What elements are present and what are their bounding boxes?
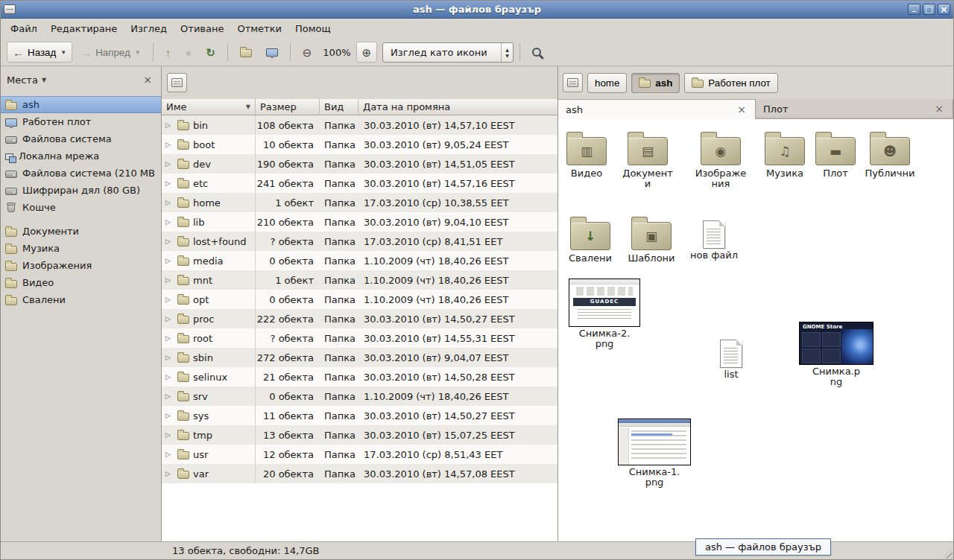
expander-icon[interactable] bbox=[165, 470, 174, 477]
places-dropdown-icon[interactable]: ▼ bbox=[42, 77, 46, 83]
sidebar-item[interactable]: Локална мрежа bbox=[1, 147, 161, 165]
file-row[interactable]: mnt 1 обект Папка 1.10.2009 (чт) 18,40,2… bbox=[162, 270, 557, 290]
expander-icon[interactable] bbox=[165, 179, 174, 187]
file-row[interactable]: sbin 272 обекта Папка 30.03.2010 (вт) 9,… bbox=[162, 348, 557, 367]
menu-item[interactable]: Отметки bbox=[230, 19, 288, 39]
expander-icon[interactable] bbox=[165, 373, 174, 381]
column-header-name[interactable]: Име ▼ bbox=[162, 99, 256, 115]
resize-grip[interactable] bbox=[942, 548, 953, 559]
expander-icon[interactable] bbox=[165, 160, 174, 168]
column-header-date[interactable]: Дата на промяна bbox=[358, 99, 557, 115]
file-row[interactable]: root ? обекта Папка 30.03.2010 (вт) 14,5… bbox=[162, 328, 557, 348]
expander-icon[interactable] bbox=[165, 296, 174, 303]
file-row[interactable]: bin 108 обекта Папка 30.03.2010 (вт) 14,… bbox=[162, 115, 557, 135]
sidebar-item[interactable]: Файлова система bbox=[1, 130, 161, 147]
file-row[interactable]: dev 190 обекта Папка 30.03.2010 (вт) 14,… bbox=[162, 154, 557, 174]
menu-item[interactable]: Отиване bbox=[174, 19, 230, 39]
icon-item-downloads[interactable]: Свалени bbox=[563, 214, 617, 264]
file-row[interactable]: etc 241 обекта Папка 30.03.2010 (вт) 14,… bbox=[162, 174, 557, 193]
computer-button[interactable] bbox=[260, 42, 284, 63]
icon-item-snimka[interactable]: GNOME Store Снимка.png bbox=[799, 322, 874, 387]
file-row[interactable]: var 20 обекта Папка 30.03.2010 (вт) 14,5… bbox=[162, 464, 557, 483]
path-button[interactable]: Работен плот bbox=[684, 73, 777, 93]
path-button[interactable]: ash bbox=[631, 73, 680, 93]
reload-button[interactable]: ↻ bbox=[200, 42, 221, 63]
tab-close-icon[interactable]: × bbox=[736, 104, 748, 115]
icon-item-new-file[interactable]: нов файл bbox=[687, 214, 741, 261]
sidebar-item[interactable]: ash bbox=[1, 96, 161, 113]
pathbar-toggle-button[interactable] bbox=[167, 73, 187, 92]
file-row[interactable]: lib 210 обекта Папка 30.03.2010 (вт) 9,0… bbox=[162, 212, 557, 232]
menu-item[interactable]: Помощ bbox=[288, 19, 338, 39]
titlebar[interactable]: ash — файлов браузър bbox=[1, 1, 953, 19]
file-row[interactable]: proc 222 обекта Папка 30.03.2010 (вт) 14… bbox=[162, 309, 557, 328]
column-header-type[interactable]: Вид bbox=[320, 99, 358, 115]
sidebar-item[interactable]: Работен плот bbox=[1, 113, 161, 130]
file-row[interactable]: srv 0 обекта Папка 1.10.2009 (чт) 18,40,… bbox=[162, 386, 557, 406]
file-list[interactable]: bin 108 обекта Папка 30.03.2010 (вт) 14,… bbox=[162, 115, 557, 541]
file-row[interactable]: sys 11 обекта Папка 30.03.2010 (вт) 14,5… bbox=[162, 406, 557, 425]
icon-item-images[interactable]: Изображения bbox=[694, 130, 748, 189]
file-row[interactable]: media 0 обекта Папка 1.10.2009 (чт) 18,4… bbox=[162, 251, 557, 270]
sidebar-item[interactable]: Музика bbox=[1, 240, 161, 257]
places-title[interactable]: Места bbox=[7, 74, 38, 86]
back-button[interactable]: ← Назад ▼ bbox=[7, 42, 72, 63]
expander-icon[interactable] bbox=[165, 315, 174, 322]
icon-item-music[interactable]: Музика bbox=[758, 130, 812, 179]
sidebar-item[interactable]: Видео bbox=[1, 274, 161, 291]
sidebar-item[interactable]: Файлова система (210 MB) bbox=[1, 165, 161, 182]
expander-icon[interactable] bbox=[165, 218, 174, 226]
expander-icon[interactable] bbox=[165, 199, 174, 206]
file-row[interactable]: tmp 13 обекта Папка 30.03.2010 (вт) 15,0… bbox=[162, 425, 557, 445]
sidebar-close-icon[interactable]: × bbox=[140, 74, 155, 86]
expander-icon[interactable] bbox=[165, 392, 174, 400]
zoom-out-button[interactable]: ⊖ bbox=[297, 42, 318, 63]
close-icon[interactable] bbox=[938, 4, 950, 15]
expander-icon[interactable] bbox=[165, 238, 174, 245]
icon-item-templates[interactable]: Шаблони bbox=[625, 214, 678, 264]
spinner-arrows-icon[interactable]: ▲▼ bbox=[501, 43, 513, 62]
zoom-in-button[interactable]: ⊕ bbox=[356, 42, 378, 63]
file-row[interactable]: home 1 обект Папка 17.03.2010 (ср) 10,38… bbox=[162, 193, 557, 212]
expander-icon[interactable] bbox=[165, 121, 174, 129]
icon-item-video[interactable]: Видео bbox=[560, 130, 613, 179]
maximize-icon[interactable] bbox=[923, 4, 935, 15]
menu-item[interactable]: Изглед bbox=[124, 19, 174, 39]
stop-button[interactable]: ● bbox=[179, 42, 198, 63]
expander-icon[interactable] bbox=[165, 431, 174, 439]
expander-icon[interactable] bbox=[165, 141, 174, 148]
home-button[interactable] bbox=[234, 42, 258, 63]
sidebar-item[interactable]: Кошче bbox=[1, 199, 161, 216]
column-header-size[interactable]: Размер bbox=[256, 99, 320, 115]
sidebar-item[interactable]: Изображения bbox=[1, 257, 161, 274]
menu-item[interactable]: Редактиране bbox=[44, 19, 124, 39]
icon-item-public[interactable]: Публични bbox=[863, 130, 917, 179]
menu-item[interactable]: Файл bbox=[4, 19, 44, 39]
sidebar-item[interactable]: Документи bbox=[1, 223, 161, 240]
sidebar-item[interactable]: Свалени bbox=[1, 291, 161, 308]
expander-icon[interactable] bbox=[165, 334, 174, 342]
minimize-icon[interactable] bbox=[908, 4, 920, 15]
icon-item-list[interactable]: list bbox=[704, 334, 758, 380]
icon-item-desktop[interactable]: Плот bbox=[809, 130, 862, 179]
file-row[interactable]: boot 10 обекта Папка 30.03.2010 (вт) 9,0… bbox=[162, 135, 557, 154]
file-row[interactable]: selinux 21 обекта Папка 30.03.2010 (вт) … bbox=[162, 367, 557, 386]
tab[interactable]: Плот × bbox=[756, 99, 953, 118]
icon-item-snimka-1[interactable]: Снимка-1.png bbox=[617, 419, 692, 488]
sidebar-item[interactable]: Шифриран дял (80 GB) bbox=[1, 182, 161, 199]
search-button[interactable] bbox=[526, 42, 547, 63]
expander-icon[interactable] bbox=[165, 354, 174, 361]
file-row[interactable]: opt 0 обекта Папка 1.10.2009 (чт) 18,40,… bbox=[162, 290, 557, 309]
forward-button[interactable]: → Напред ▼ bbox=[75, 42, 147, 63]
file-row[interactable]: usr 12 обекта Папка 17.03.2010 (ср) 8,51… bbox=[162, 445, 557, 464]
expander-icon[interactable] bbox=[165, 412, 174, 419]
expander-icon[interactable] bbox=[165, 451, 174, 458]
view-mode-select[interactable]: Изглед като икони ▲▼ bbox=[382, 42, 514, 63]
up-button[interactable]: ↑ bbox=[159, 42, 177, 63]
back-dropdown-icon[interactable]: ▼ bbox=[60, 49, 66, 56]
tab-close-icon[interactable]: × bbox=[933, 103, 945, 115]
path-button[interactable]: home bbox=[587, 73, 627, 93]
icon-view[interactable]: Видео Документи Изображения Музика Плот bbox=[558, 119, 953, 541]
expander-icon[interactable] bbox=[165, 257, 174, 264]
icon-item-snimka-2[interactable]: GUADEC Снимка-2.png bbox=[568, 279, 641, 349]
